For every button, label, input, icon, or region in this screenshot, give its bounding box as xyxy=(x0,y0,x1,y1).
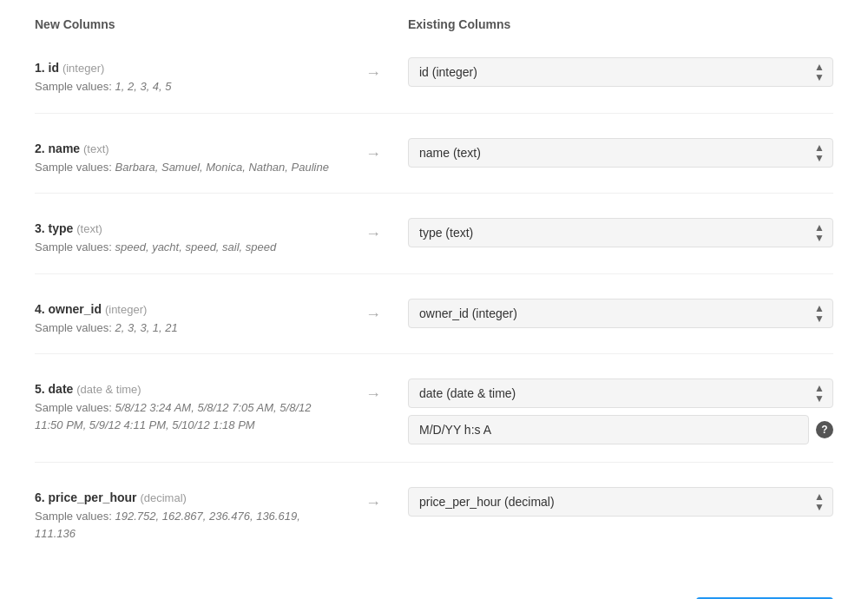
mapping-row: 3. type (text)Sample values: speed, yach… xyxy=(35,218,833,274)
existing-column-cell-6: id (integer)name (text)type (text)owner_… xyxy=(408,487,833,517)
column-name-label: 5. date (date & time) xyxy=(35,382,339,396)
existing-column-select[interactable]: id (integer)name (text)type (text)owner_… xyxy=(408,299,833,328)
sample-values-label: Sample values: 1, 2, 3, 4, 5 xyxy=(35,78,339,95)
column-name-label: 1. id (integer) xyxy=(35,61,339,75)
new-columns-header: New Columns xyxy=(35,17,339,31)
existing-column-cell-2: id (integer)name (text)type (text)owner_… xyxy=(408,138,833,168)
mapping-row: 5. date (date & time)Sample values: 5/8/… xyxy=(35,378,833,463)
existing-column-cell-4: id (integer)name (text)type (text)owner_… xyxy=(408,299,833,328)
arrow-icon: → xyxy=(339,57,408,82)
sample-values-label: Sample values: Barbara, Samuel, Monica, … xyxy=(35,159,339,176)
new-column-2: 2. name (text)Sample values: Barbara, Sa… xyxy=(35,138,339,176)
right-arrow-icon: → xyxy=(365,385,381,404)
mapping-row: 4. owner_id (integer)Sample values: 2, 3… xyxy=(35,299,833,355)
arrow-icon: → xyxy=(339,378,408,404)
col-type-label: (integer) xyxy=(62,62,104,75)
right-arrow-icon: → xyxy=(365,64,381,82)
sample-values-label: Sample values: speed, yacht, speed, sail… xyxy=(35,239,339,256)
new-column-5: 5. date (date & time)Sample values: 5/8/… xyxy=(35,378,339,433)
page-container: New Columns Existing Columns 1. id (inte… xyxy=(0,0,868,599)
col-type-label: (text) xyxy=(76,222,102,235)
existing-column-cell-3: id (integer)name (text)type (text)owner_… xyxy=(408,218,833,247)
col-type-label: (text) xyxy=(83,142,109,155)
col-number-name: 5. date xyxy=(35,382,73,396)
column-name-label: 4. owner_id (integer) xyxy=(35,302,339,316)
new-column-4: 4. owner_id (integer)Sample values: 2, 3… xyxy=(35,299,339,337)
col-type-label: (date & time) xyxy=(76,383,141,396)
date-format-input[interactable] xyxy=(408,415,809,444)
new-column-1: 1. id (integer)Sample values: 1, 2, 3, 4… xyxy=(35,57,339,95)
column-select-wrapper: id (integer)name (text)type (text)owner_… xyxy=(408,138,833,168)
col-type-label: (decimal) xyxy=(140,491,186,504)
column-select-wrapper: id (integer)name (text)type (text)owner_… xyxy=(408,218,833,247)
col-number-name: 4. owner_id xyxy=(35,302,102,316)
existing-columns-header: Existing Columns xyxy=(408,17,833,31)
column-select-wrapper: id (integer)name (text)type (text)owner_… xyxy=(408,57,833,87)
column-headers: New Columns Existing Columns xyxy=(35,17,833,40)
existing-column-select[interactable]: id (integer)name (text)type (text)owner_… xyxy=(408,57,833,87)
new-column-3: 3. type (text)Sample values: speed, yach… xyxy=(35,218,339,256)
arrow-icon: → xyxy=(339,299,408,324)
existing-column-select[interactable]: id (integer)name (text)type (text)owner_… xyxy=(408,138,833,168)
column-name-label: 2. name (text) xyxy=(35,142,339,155)
right-arrow-icon: → xyxy=(365,145,381,163)
mapping-row: 2. name (text)Sample values: Barbara, Sa… xyxy=(35,138,833,194)
mapping-row: 1. id (integer)Sample values: 1, 2, 3, 4… xyxy=(35,57,833,114)
arrow-icon: → xyxy=(339,138,408,163)
mapping-row: 6. price_per_hour (decimal)Sample values… xyxy=(35,487,833,559)
mapping-rows-container: 1. id (integer)Sample values: 1, 2, 3, 4… xyxy=(35,57,833,559)
help-icon[interactable]: ? xyxy=(816,421,833,438)
right-arrow-icon: → xyxy=(365,306,381,324)
col-type-label: (integer) xyxy=(105,303,147,316)
arrow-icon: → xyxy=(339,487,408,512)
sample-values-label: Sample values: 5/8/12 3:24 AM, 5/8/12 7:… xyxy=(35,399,339,433)
existing-column-select[interactable]: id (integer)name (text)type (text)owner_… xyxy=(408,487,833,517)
existing-column-cell-1: id (integer)name (text)type (text)owner_… xyxy=(408,57,833,87)
right-arrow-icon: → xyxy=(365,494,381,512)
col-number-name: 2. name xyxy=(35,142,80,155)
column-name-label: 6. price_per_hour (decimal) xyxy=(35,490,339,504)
existing-column-cell-5: id (integer)name (text)type (text)owner_… xyxy=(408,378,833,444)
sample-values-label: Sample values: 192.752, 162.867, 236.476… xyxy=(35,508,339,542)
column-select-wrapper: id (integer)name (text)type (text)owner_… xyxy=(408,487,833,517)
column-name-label: 3. type (text) xyxy=(35,221,339,235)
col-number-name: 6. price_per_hour xyxy=(35,490,137,504)
column-select-wrapper: id (integer)name (text)type (text)owner_… xyxy=(408,299,833,328)
col-number-name: 1. id xyxy=(35,61,59,75)
column-select-wrapper: id (integer)name (text)type (text)owner_… xyxy=(408,378,833,408)
existing-column-select[interactable]: id (integer)name (text)type (text)owner_… xyxy=(408,378,833,408)
right-arrow-icon: → xyxy=(365,225,381,243)
existing-column-select[interactable]: id (integer)name (text)type (text)owner_… xyxy=(408,218,833,247)
sample-values-label: Sample values: 2, 3, 3, 1, 21 xyxy=(35,319,339,337)
col-number-name: 3. type xyxy=(35,221,73,235)
new-column-6: 6. price_per_hour (decimal)Sample values… xyxy=(35,487,339,542)
arrow-icon: → xyxy=(339,218,408,243)
date-format-row: ? xyxy=(408,415,833,444)
